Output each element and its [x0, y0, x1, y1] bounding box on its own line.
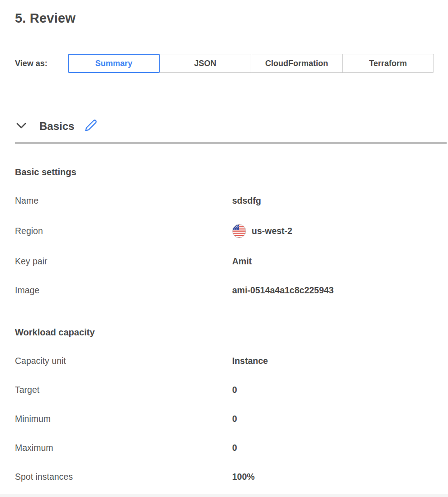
row-label: Maximum: [15, 443, 232, 453]
tab-json[interactable]: JSON: [159, 54, 251, 73]
row-capacity-unit: Capacity unit Instance: [15, 355, 448, 367]
row-label: Minimum: [15, 414, 232, 424]
row-maximum: Maximum 0: [15, 442, 448, 454]
row-value: 0: [232, 443, 237, 453]
row-label: Image: [15, 285, 232, 296]
edit-pencil-icon: [85, 119, 97, 134]
view-as-tab-group: Summary JSON CloudFormation Terraform: [68, 54, 434, 73]
row-key-pair: Key pair Amit: [15, 256, 448, 267]
group-title-basic-settings: Basic settings: [15, 167, 448, 177]
tab-terraform[interactable]: Terraform: [342, 54, 434, 73]
basics-section-header: Basics: [15, 118, 448, 134]
row-spot-instances: Spot instances 100%: [15, 471, 448, 483]
row-value: sdsdfg: [232, 196, 261, 206]
row-minimum: Minimum 0: [15, 413, 448, 425]
basics-collapse-toggle[interactable]: [15, 120, 28, 133]
row-value: Instance: [232, 356, 268, 366]
row-label: Region: [15, 226, 232, 236]
row-name: Name sdsdfg: [15, 195, 448, 206]
row-image: Image ami-0514a4a1c8c225943: [15, 285, 448, 296]
row-value: 0: [232, 414, 237, 424]
row-label: Spot instances: [15, 472, 232, 482]
row-label: Target: [15, 385, 232, 395]
next-section-divider: [0, 494, 448, 497]
basics-edit-button[interactable]: [84, 119, 98, 133]
view-as-label: View as:: [15, 59, 68, 68]
section-divider: [15, 142, 447, 144]
view-as-row: View as: Summary JSON CloudFormation Ter…: [15, 54, 448, 73]
region-value: us-west-2: [252, 226, 292, 236]
row-target: Target 0: [15, 384, 448, 396]
row-value: 100%: [232, 472, 255, 482]
tab-summary[interactable]: Summary: [68, 54, 160, 73]
row-label: Capacity unit: [15, 356, 232, 366]
basics-section-title: Basics: [39, 120, 74, 133]
chevron-down-icon: [15, 120, 27, 133]
row-value: ami-0514a4a1c8c225943: [232, 285, 334, 296]
row-value: us-west-2: [232, 224, 292, 238]
us-flag-icon: [232, 224, 246, 238]
row-value: Amit: [232, 256, 252, 267]
group-title-workload-capacity: Workload capacity: [15, 327, 448, 338]
page-title: 5. Review: [15, 0, 448, 26]
row-value: 0: [232, 385, 237, 395]
row-region: Region: [15, 224, 448, 238]
tab-cloudformation[interactable]: CloudFormation: [251, 54, 343, 73]
row-label: Key pair: [15, 256, 232, 267]
review-step-page: 5. Review View as: Summary JSON CloudFor…: [0, 0, 448, 497]
row-label: Name: [15, 196, 232, 206]
